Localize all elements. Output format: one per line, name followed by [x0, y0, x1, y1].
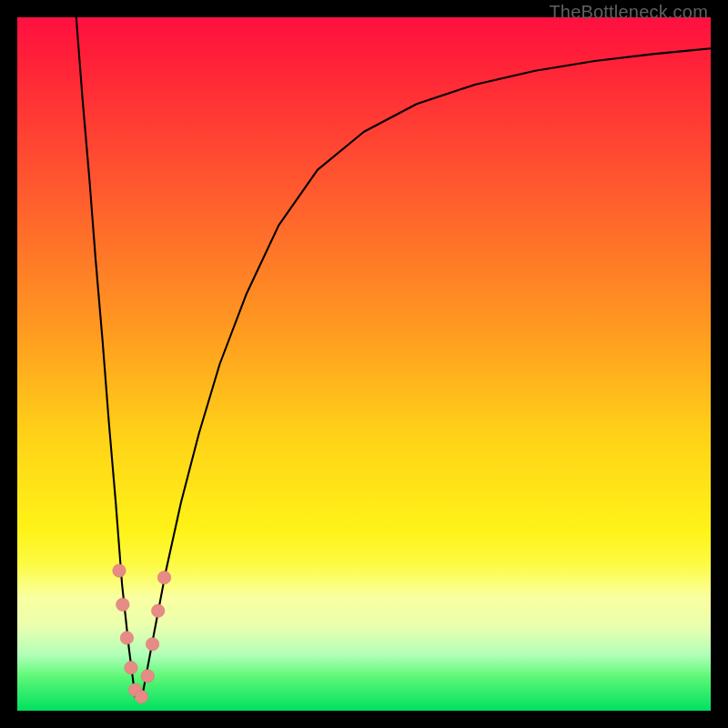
data-marker — [157, 571, 170, 584]
data-marker — [135, 691, 147, 703]
data-marker — [125, 662, 137, 674]
plot-area — [17, 17, 711, 711]
bottleneck-curve — [76, 17, 711, 697]
data-marker — [116, 598, 129, 611]
data-marker — [141, 670, 154, 682]
curve-layer — [17, 17, 711, 711]
data-marker — [113, 564, 126, 577]
chart-frame: TheBottleneck.com — [0, 0, 728, 728]
watermark-text: TheBottleneck.com — [549, 2, 708, 23]
data-marker — [151, 604, 164, 617]
data-marker — [146, 638, 158, 651]
data-marker — [120, 632, 133, 644]
